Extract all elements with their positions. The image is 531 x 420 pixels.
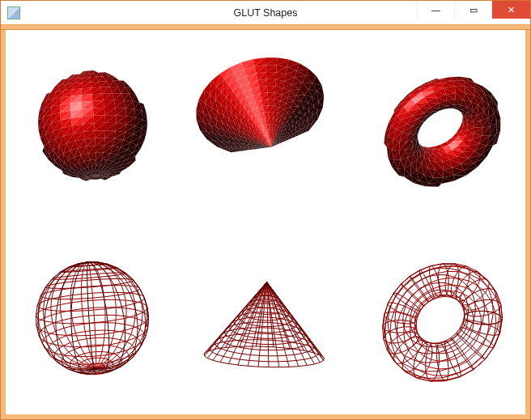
maximize-icon: ▭ — [469, 5, 478, 15]
app-icon — [7, 6, 20, 19]
minimize-button[interactable]: — — [417, 1, 454, 19]
maximize-button[interactable]: ▭ — [454, 1, 491, 19]
close-button[interactable]: ✕ — [491, 1, 530, 19]
window-controls: — ▭ ✕ — [417, 1, 530, 24]
minimize-icon: — — [431, 5, 440, 15]
render-canvas — [6, 30, 525, 414]
gl-viewport — [1, 30, 530, 419]
app-window: GLUT Shapes — ▭ ✕ — [0, 0, 531, 420]
titlebar[interactable]: GLUT Shapes — ▭ ✕ — [1, 1, 530, 25]
close-icon: ✕ — [508, 5, 515, 15]
